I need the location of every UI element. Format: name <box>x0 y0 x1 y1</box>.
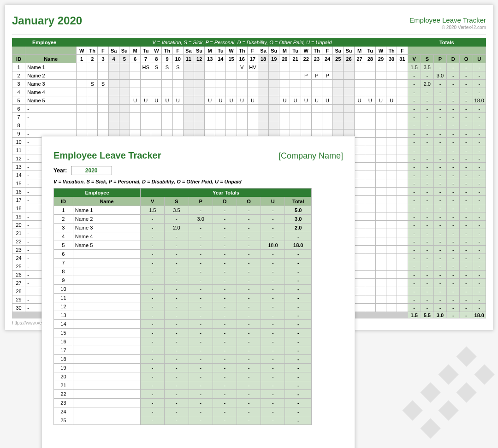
day-cell[interactable] <box>311 113 322 121</box>
day-cell[interactable] <box>162 71 172 80</box>
day-cell[interactable] <box>375 154 386 163</box>
name-cell[interactable] <box>73 399 140 407</box>
day-cell[interactable] <box>386 130 397 138</box>
day-cell[interactable] <box>290 71 301 80</box>
day-cell[interactable] <box>354 262 365 271</box>
day-cell[interactable] <box>322 113 332 121</box>
day-cell[interactable] <box>183 80 194 88</box>
day-cell[interactable] <box>162 121 172 130</box>
day-cell[interactable] <box>258 121 268 130</box>
day-cell[interactable] <box>354 254 365 262</box>
day-cell[interactable] <box>205 63 215 71</box>
day-cell[interactable] <box>375 237 386 246</box>
day-cell[interactable] <box>375 121 386 130</box>
day-cell[interactable] <box>183 88 194 96</box>
day-cell[interactable]: HV <box>247 63 258 71</box>
day-cell[interactable] <box>397 163 408 171</box>
day-cell[interactable]: U <box>215 96 226 105</box>
day-cell[interactable] <box>301 63 311 71</box>
day-cell[interactable] <box>183 63 194 71</box>
day-cell[interactable] <box>386 71 397 80</box>
day-cell[interactable] <box>194 113 204 121</box>
day-cell[interactable] <box>375 80 386 88</box>
day-cell[interactable] <box>386 121 397 130</box>
day-cell[interactable] <box>344 80 354 88</box>
day-cell[interactable] <box>397 254 408 262</box>
day-cell[interactable] <box>151 71 162 80</box>
day-cell[interactable]: U <box>301 96 311 105</box>
day-cell[interactable]: U <box>237 96 247 105</box>
day-cell[interactable] <box>386 146 397 154</box>
day-cell[interactable] <box>365 146 375 154</box>
day-cell[interactable] <box>397 71 408 80</box>
name-cell[interactable] <box>73 364 140 372</box>
day-cell[interactable] <box>365 105 375 113</box>
day-cell[interactable] <box>172 71 183 80</box>
name-cell[interactable] <box>73 259 140 267</box>
day-cell[interactable] <box>375 246 386 254</box>
day-cell[interactable] <box>172 88 183 96</box>
day-cell[interactable] <box>98 113 108 121</box>
day-cell[interactable] <box>183 96 194 105</box>
day-cell[interactable] <box>354 121 365 130</box>
name-cell[interactable] <box>73 311 140 320</box>
day-cell[interactable] <box>375 163 386 171</box>
day-cell[interactable] <box>247 105 258 113</box>
day-cell[interactable]: U <box>205 96 215 105</box>
name-cell[interactable] <box>73 250 140 259</box>
day-cell[interactable] <box>397 88 408 96</box>
day-cell[interactable] <box>119 80 130 88</box>
day-cell[interactable]: S <box>87 80 98 88</box>
day-cell[interactable] <box>77 121 87 130</box>
day-cell[interactable] <box>162 113 172 121</box>
name-cell[interactable] <box>73 302 140 311</box>
day-cell[interactable] <box>386 287 397 295</box>
day-cell[interactable] <box>375 113 386 121</box>
name-cell[interactable] <box>73 276 140 285</box>
day-cell[interactable]: S <box>98 80 108 88</box>
day-cell[interactable] <box>130 105 140 113</box>
day-cell[interactable] <box>354 279 365 287</box>
day-cell[interactable] <box>301 105 311 113</box>
name-cell[interactable]: Name 4 <box>73 232 140 241</box>
name-cell[interactable]: Name 5 <box>73 241 140 250</box>
day-cell[interactable] <box>397 237 408 246</box>
day-cell[interactable]: U <box>151 96 162 105</box>
day-cell[interactable] <box>322 121 332 130</box>
name-cell[interactable] <box>73 390 140 399</box>
day-cell[interactable] <box>386 221 397 229</box>
day-cell[interactable] <box>119 96 130 105</box>
day-cell[interactable] <box>215 63 226 71</box>
day-cell[interactable] <box>98 88 108 96</box>
day-cell[interactable] <box>258 63 268 71</box>
day-cell[interactable] <box>397 262 408 271</box>
day-cell[interactable] <box>365 246 375 254</box>
day-cell[interactable] <box>194 63 204 71</box>
day-cell[interactable] <box>77 80 87 88</box>
day-cell[interactable] <box>162 80 172 88</box>
day-cell[interactable] <box>354 163 365 171</box>
day-cell[interactable] <box>183 121 194 130</box>
day-cell[interactable] <box>386 163 397 171</box>
day-cell[interactable] <box>258 80 268 88</box>
day-cell[interactable] <box>172 80 183 88</box>
name-cell[interactable] <box>73 320 140 329</box>
day-cell[interactable] <box>354 71 365 80</box>
day-cell[interactable] <box>397 113 408 121</box>
day-cell[interactable] <box>386 212 397 221</box>
day-cell[interactable] <box>205 121 215 130</box>
name-cell[interactable]: - <box>25 121 77 130</box>
day-cell[interactable] <box>397 179 408 188</box>
day-cell[interactable] <box>237 80 247 88</box>
day-cell[interactable] <box>333 96 344 105</box>
day-cell[interactable] <box>386 279 397 287</box>
day-cell[interactable]: V <box>237 63 247 71</box>
day-cell[interactable] <box>386 179 397 188</box>
day-cell[interactable] <box>108 96 119 105</box>
day-cell[interactable] <box>162 88 172 96</box>
day-cell[interactable] <box>87 105 98 113</box>
day-cell[interactable] <box>237 71 247 80</box>
day-cell[interactable] <box>333 63 344 71</box>
day-cell[interactable] <box>386 171 397 179</box>
day-cell[interactable] <box>354 113 365 121</box>
